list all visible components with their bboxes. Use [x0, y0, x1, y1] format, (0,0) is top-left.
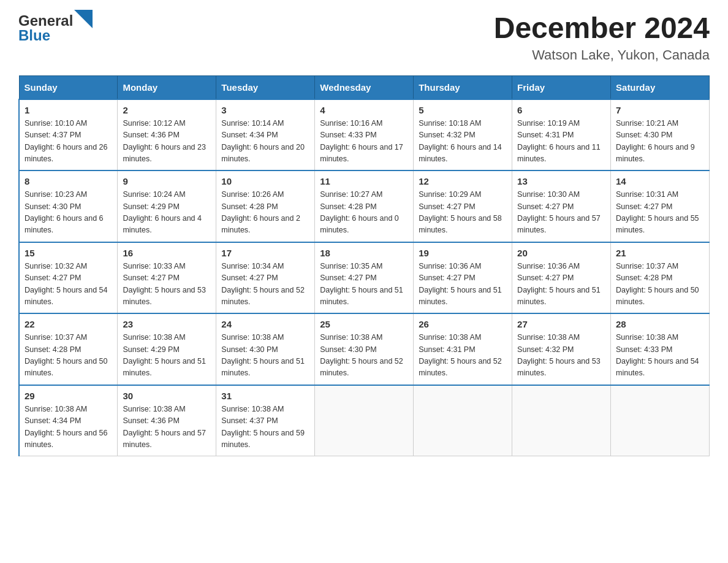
calendar-cell: 3Sunrise: 10:14 AMSunset: 4:34 PMDayligh…: [216, 99, 315, 171]
day-number: 20: [517, 248, 605, 258]
calendar-cell: 27Sunrise: 10:38 AMSunset: 4:32 PMDaylig…: [512, 313, 611, 385]
calendar-cell: 6Sunrise: 10:19 AMSunset: 4:31 PMDayligh…: [512, 99, 611, 171]
day-number: 13: [517, 176, 605, 186]
day-number: 14: [616, 176, 704, 186]
day-number: 10: [221, 176, 309, 186]
day-number: 27: [517, 319, 605, 329]
day-info: Sunrise: 10:38 AMSunset: 4:29 PMDaylight…: [123, 332, 211, 380]
calendar-cell: 28Sunrise: 10:38 AMSunset: 4:33 PMDaylig…: [611, 313, 710, 385]
day-number: 21: [616, 248, 704, 258]
calendar-cell: 16Sunrise: 10:33 AMSunset: 4:27 PMDaylig…: [118, 242, 216, 314]
day-number: 15: [25, 248, 112, 258]
calendar-cell: 12Sunrise: 10:29 AMSunset: 4:27 PMDaylig…: [414, 170, 512, 242]
day-info: Sunrise: 10:27 AMSunset: 4:28 PMDaylight…: [320, 189, 408, 237]
day-info: Sunrise: 10:36 AMSunset: 4:27 PMDaylight…: [419, 261, 507, 308]
day-info: Sunrise: 10:38 AMSunset: 4:37 PMDaylight…: [221, 404, 309, 451]
col-header-monday: Monday: [118, 75, 216, 99]
day-info: Sunrise: 10:24 AMSunset: 4:29 PMDaylight…: [123, 189, 211, 237]
day-number: 12: [419, 176, 507, 186]
col-header-friday: Friday: [512, 75, 611, 99]
day-info: Sunrise: 10:38 AMSunset: 4:34 PMDaylight…: [25, 404, 112, 451]
calendar-header-row: SundayMondayTuesdayWednesdayThursdayFrid…: [19, 75, 710, 99]
day-number: 29: [25, 391, 112, 401]
day-info: Sunrise: 10:32 AMSunset: 4:27 PMDaylight…: [25, 261, 112, 308]
day-number: 6: [517, 105, 605, 115]
calendar-cell: 19Sunrise: 10:36 AMSunset: 4:27 PMDaylig…: [414, 242, 512, 314]
calendar-cell: 26Sunrise: 10:38 AMSunset: 4:31 PMDaylig…: [414, 313, 512, 385]
day-info: Sunrise: 10:19 AMSunset: 4:31 PMDaylight…: [517, 118, 605, 166]
calendar-week-5: 29Sunrise: 10:38 AMSunset: 4:34 PMDaylig…: [19, 385, 710, 456]
calendar-table: SundayMondayTuesdayWednesdayThursdayFrid…: [18, 75, 710, 457]
calendar-week-2: 8Sunrise: 10:23 AMSunset: 4:30 PMDayligh…: [19, 170, 710, 242]
day-number: 31: [221, 391, 309, 401]
day-info: Sunrise: 10:21 AMSunset: 4:30 PMDaylight…: [616, 118, 704, 166]
calendar-cell: 23Sunrise: 10:38 AMSunset: 4:29 PMDaylig…: [118, 313, 216, 385]
day-info: Sunrise: 10:29 AMSunset: 4:27 PMDaylight…: [419, 189, 507, 237]
day-info: Sunrise: 10:10 AMSunset: 4:37 PMDaylight…: [25, 118, 112, 166]
day-number: 30: [123, 391, 211, 401]
calendar-cell: 13Sunrise: 10:30 AMSunset: 4:27 PMDaylig…: [512, 170, 611, 242]
day-info: Sunrise: 10:38 AMSunset: 4:36 PMDaylight…: [123, 404, 211, 451]
calendar-cell: 31Sunrise: 10:38 AMSunset: 4:37 PMDaylig…: [216, 385, 315, 456]
day-info: Sunrise: 10:38 AMSunset: 4:32 PMDaylight…: [517, 332, 605, 380]
day-number: 1: [25, 105, 112, 115]
calendar-cell: 7Sunrise: 10:21 AMSunset: 4:30 PMDayligh…: [611, 99, 710, 171]
day-number: 9: [123, 176, 211, 186]
day-info: Sunrise: 10:38 AMSunset: 4:30 PMDaylight…: [221, 332, 309, 380]
logo-icon: [74, 10, 93, 28]
page-header: General Blue December 2024 Watson Lake, …: [18, 12, 710, 63]
day-info: Sunrise: 10:31 AMSunset: 4:27 PMDaylight…: [616, 189, 704, 237]
svg-marker-0: [74, 10, 93, 28]
calendar-cell: 24Sunrise: 10:38 AMSunset: 4:30 PMDaylig…: [216, 313, 315, 385]
calendar-cell: 10Sunrise: 10:26 AMSunset: 4:28 PMDaylig…: [216, 170, 315, 242]
calendar-cell: 11Sunrise: 10:27 AMSunset: 4:28 PMDaylig…: [315, 170, 414, 242]
calendar-cell: 21Sunrise: 10:37 AMSunset: 4:28 PMDaylig…: [611, 242, 710, 314]
day-info: Sunrise: 10:36 AMSunset: 4:27 PMDaylight…: [517, 261, 605, 308]
day-info: Sunrise: 10:37 AMSunset: 4:28 PMDaylight…: [25, 332, 112, 380]
logo: General Blue: [18, 12, 93, 44]
day-number: 7: [616, 105, 704, 115]
calendar-cell: 9Sunrise: 10:24 AMSunset: 4:29 PMDayligh…: [118, 170, 216, 242]
day-number: 23: [123, 319, 211, 329]
day-info: Sunrise: 10:38 AMSunset: 4:30 PMDaylight…: [320, 332, 408, 380]
day-info: Sunrise: 10:30 AMSunset: 4:27 PMDaylight…: [517, 189, 605, 237]
logo-blue: Blue: [18, 27, 93, 44]
day-number: 22: [25, 319, 112, 329]
calendar-cell: 25Sunrise: 10:38 AMSunset: 4:30 PMDaylig…: [315, 313, 414, 385]
day-info: Sunrise: 10:37 AMSunset: 4:28 PMDaylight…: [616, 261, 704, 308]
calendar-cell: 2Sunrise: 10:12 AMSunset: 4:36 PMDayligh…: [118, 99, 216, 171]
day-number: 25: [320, 319, 408, 329]
calendar-week-4: 22Sunrise: 10:37 AMSunset: 4:28 PMDaylig…: [19, 313, 710, 385]
calendar-week-3: 15Sunrise: 10:32 AMSunset: 4:27 PMDaylig…: [19, 242, 710, 314]
day-info: Sunrise: 10:26 AMSunset: 4:28 PMDaylight…: [221, 189, 309, 237]
day-info: Sunrise: 10:38 AMSunset: 4:33 PMDaylight…: [616, 332, 704, 380]
day-info: Sunrise: 10:33 AMSunset: 4:27 PMDaylight…: [123, 261, 211, 308]
calendar-cell: 29Sunrise: 10:38 AMSunset: 4:34 PMDaylig…: [19, 385, 118, 456]
day-info: Sunrise: 10:18 AMSunset: 4:32 PMDaylight…: [419, 118, 507, 166]
day-info: Sunrise: 10:14 AMSunset: 4:34 PMDaylight…: [221, 118, 309, 166]
title-block: December 2024 Watson Lake, Yukon, Canada: [494, 12, 710, 63]
day-number: 8: [25, 176, 112, 186]
calendar-cell: 17Sunrise: 10:34 AMSunset: 4:27 PMDaylig…: [216, 242, 315, 314]
calendar-cell: [611, 385, 710, 456]
calendar-cell: 1Sunrise: 10:10 AMSunset: 4:37 PMDayligh…: [19, 99, 118, 171]
calendar-title: December 2024: [494, 12, 710, 45]
day-number: 3: [221, 105, 309, 115]
day-number: 19: [419, 248, 507, 258]
day-info: Sunrise: 10:34 AMSunset: 4:27 PMDaylight…: [221, 261, 309, 308]
day-number: 4: [320, 105, 408, 115]
day-number: 16: [123, 248, 211, 258]
calendar-cell: [315, 385, 414, 456]
calendar-cell: 14Sunrise: 10:31 AMSunset: 4:27 PMDaylig…: [611, 170, 710, 242]
day-number: 17: [221, 248, 309, 258]
calendar-cell: 22Sunrise: 10:37 AMSunset: 4:28 PMDaylig…: [19, 313, 118, 385]
calendar-cell: 30Sunrise: 10:38 AMSunset: 4:36 PMDaylig…: [118, 385, 216, 456]
calendar-subtitle: Watson Lake, Yukon, Canada: [494, 47, 710, 63]
day-number: 11: [320, 176, 408, 186]
col-header-saturday: Saturday: [611, 75, 710, 99]
day-info: Sunrise: 10:38 AMSunset: 4:31 PMDaylight…: [419, 332, 507, 380]
calendar-week-1: 1Sunrise: 10:10 AMSunset: 4:37 PMDayligh…: [19, 99, 710, 171]
calendar-cell: 20Sunrise: 10:36 AMSunset: 4:27 PMDaylig…: [512, 242, 611, 314]
day-number: 18: [320, 248, 408, 258]
day-number: 24: [221, 319, 309, 329]
